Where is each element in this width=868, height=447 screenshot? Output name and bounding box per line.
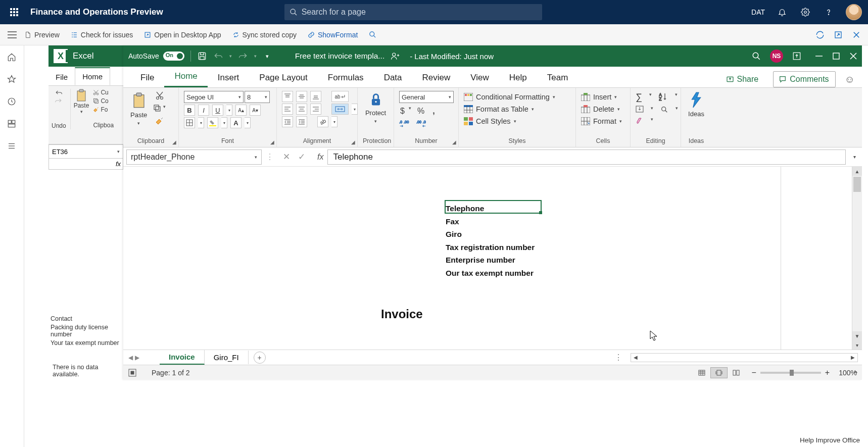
increase-indent-button[interactable] [296,116,307,127]
close-icon[interactable] [852,30,861,39]
comments-button[interactable]: Comments [773,71,835,87]
cut-icon[interactable] [93,89,99,95]
notifications-icon[interactable] [776,6,788,18]
autosave-toggle[interactable]: AutoSave On [128,52,184,61]
scroll-split[interactable]: ▾ [852,340,862,350]
copy-icon[interactable] [93,98,99,104]
tab-file[interactable]: File [130,68,164,87]
hamburger-icon[interactable] [6,29,18,41]
page-break-view-button[interactable] [728,367,745,378]
border-button[interactable] [184,117,195,128]
home-tab-left[interactable]: Home [75,67,110,85]
decrease-indent-button[interactable] [282,116,293,127]
zoom-out-button[interactable]: − [752,368,756,377]
fill-color-button[interactable] [207,117,218,128]
add-sheet-button[interactable]: + [254,352,266,364]
help-icon[interactable] [823,6,835,18]
vertical-scrollbar[interactable]: ▲ ▼ ▾ [852,167,862,350]
refresh-icon[interactable] [815,30,825,39]
formula-input[interactable]: Telephone [327,150,846,165]
ideas-button[interactable]: Ideas [686,91,706,119]
hscroll-left[interactable]: ◀ [631,355,640,360]
tab-view[interactable]: View [460,68,499,87]
font-color-button[interactable]: A [230,117,242,128]
undo-icon[interactable] [213,52,223,61]
settings-icon[interactable] [799,6,811,18]
preview-button[interactable]: Preview [24,31,60,39]
record-macro-icon[interactable] [128,369,136,377]
scroll-down-arrow[interactable]: ▼ [852,331,862,340]
open-desktop-button[interactable]: Open in Desktop App [144,31,221,39]
orientation-button[interactable]: ab [317,116,328,127]
underline-button[interactable]: U [212,105,223,116]
horizontal-scrollbar[interactable]: ◀ ▶ [631,353,858,362]
undo-icon[interactable] [55,89,63,96]
conditional-formatting-button[interactable]: Conditional Formatting▾ [464,93,555,101]
decrease-font-button[interactable]: A▾ [250,105,261,116]
format-painter-icon[interactable] [155,116,164,125]
cell-telephone[interactable]: Telephone [446,202,535,215]
align-center-button[interactable] [296,104,307,115]
increase-font-button[interactable]: A▴ [235,105,247,116]
formula-bar-expand[interactable]: ▾ [850,154,859,160]
comma-button[interactable]: , [430,106,437,117]
align-top-button[interactable] [282,91,293,102]
align-middle-button[interactable] [296,91,307,102]
qat-customize-caret[interactable]: ▾ [266,53,269,60]
feedback-icon[interactable]: ☺ [845,74,855,85]
paste-icon[interactable] [75,89,87,102]
sort-filter-button[interactable]: AZ [659,92,668,101]
sync-button[interactable]: Sync stored copy [232,31,297,39]
tab-pagelayout[interactable]: Page Layout [249,68,317,87]
maximize-icon[interactable] [833,53,840,60]
hscroll-right[interactable]: ▶ [848,355,857,360]
underline-caret[interactable]: ▾ [226,105,232,116]
redo-icon[interactable] [55,97,63,104]
name-box[interactable]: rptHeader_Phone ▾ [126,150,262,165]
align-bottom-button[interactable] [310,91,321,102]
align-right-button[interactable] [310,104,321,115]
paste-caret-left[interactable]: ▾ [80,109,83,114]
minimize-icon[interactable] [815,53,823,60]
cut-icon[interactable] [156,91,164,100]
scroll-thumb[interactable] [853,177,861,192]
percent-button[interactable]: % [414,106,427,117]
copy-icon[interactable] [153,104,161,112]
font-size-combo[interactable]: 8▾ [245,91,270,103]
enter-icon[interactable]: ✓ [298,152,305,162]
increase-decimal-button[interactable]: .0.00 [399,119,409,127]
tab-team[interactable]: Team [537,68,578,87]
insert-cells-button[interactable]: Insert▾ [581,93,617,101]
search-toolbar-button[interactable] [369,31,376,38]
cell-our-tax-exempt[interactable]: Our tax exempt number [446,267,535,280]
protect-button[interactable]: Protect ▾ [363,91,388,125]
fill-caret[interactable]: ▾ [221,117,227,128]
align-left-button[interactable] [282,104,293,115]
redo-caret[interactable]: ▾ [254,54,257,59]
wrap-text-button[interactable]: ab [331,91,349,102]
user-avatar[interactable] [846,4,862,20]
cell-styles-button[interactable]: Cell Styles▾ [464,117,516,125]
tab-help[interactable]: Help [499,68,537,87]
clipboard-dialog-launcher[interactable]: ◢ [172,139,176,145]
tab-home[interactable]: Home [164,67,207,87]
normal-view-button[interactable] [693,367,710,378]
sheet-tab-invoice[interactable]: Invoice [160,350,205,365]
paste-button[interactable]: Paste ▾ [128,91,149,127]
font-dialog-launcher[interactable]: ◢ [270,139,274,145]
delete-cells-button[interactable]: Delete▾ [581,105,620,113]
zoom-in-button[interactable]: + [825,368,830,377]
help-improve-link[interactable]: Help Improve Office [800,436,860,444]
modules-icon[interactable] [7,141,17,152]
cell-enterprise[interactable]: Enterprise number [446,254,535,267]
merge-button[interactable] [331,104,349,115]
worksheet[interactable]: Telephone Fax Giro Tax registration numb… [123,167,781,350]
search-icon[interactable] [752,52,761,61]
check-issues-button[interactable]: Check for issues [71,31,133,39]
decrease-decimal-button[interactable]: .00.0 [416,119,426,127]
zoom-slider[interactable] [760,372,821,374]
sheet-tab-menu[interactable]: ⋮ [610,353,626,362]
font-name-combo[interactable]: Segoe UI▾ [184,91,244,103]
waffle-icon[interactable] [6,4,22,20]
file-tab-left[interactable]: File [49,69,75,85]
